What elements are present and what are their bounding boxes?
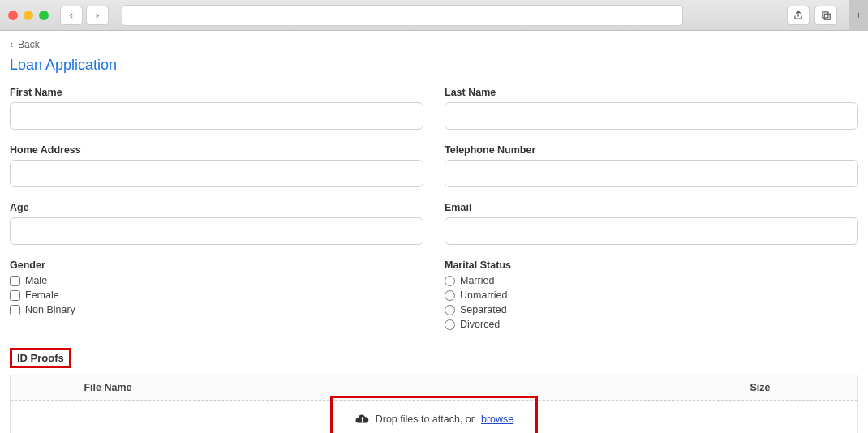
maximize-window-icon[interactable] bbox=[39, 11, 49, 20]
cloud-upload-icon bbox=[355, 412, 369, 427]
toolbar-buttons bbox=[787, 6, 837, 25]
gender-checkbox-nonbinary[interactable] bbox=[10, 305, 20, 315]
marital-option-label: Unmarried bbox=[460, 289, 507, 301]
field-email: Email bbox=[445, 202, 858, 245]
first-name-input[interactable] bbox=[10, 102, 423, 130]
back-label: Back bbox=[18, 39, 40, 50]
browser-forward-button[interactable]: › bbox=[86, 6, 109, 25]
field-gender: Gender Male Female Non Binary bbox=[10, 259, 423, 330]
field-first-name: First Name bbox=[10, 87, 423, 130]
field-home-address: Home Address bbox=[10, 144, 423, 187]
last-name-label: Last Name bbox=[445, 87, 858, 98]
marital-options: Married Unmarried Separated Divorced bbox=[445, 275, 858, 330]
column-size: Size bbox=[663, 375, 857, 400]
email-input[interactable] bbox=[445, 217, 858, 245]
chevron-right-icon: › bbox=[96, 9, 99, 21]
gender-checkbox-female[interactable] bbox=[10, 290, 20, 301]
gender-option-label: Non Binary bbox=[25, 304, 75, 315]
email-label: Email bbox=[445, 202, 858, 213]
gender-label: Gender bbox=[10, 259, 423, 271]
plus-icon: + bbox=[856, 9, 862, 21]
field-telephone: Telephone Number bbox=[445, 144, 858, 187]
marital-option-label: Separated bbox=[460, 304, 507, 315]
marital-radio-divorced[interactable] bbox=[445, 319, 455, 330]
id-proofs-table: File Name Size Drop files to attach, or … bbox=[10, 375, 858, 433]
marital-option-unmarried[interactable]: Unmarried bbox=[445, 289, 858, 301]
home-address-input[interactable] bbox=[10, 160, 423, 187]
marital-option-divorced[interactable]: Divorced bbox=[445, 319, 858, 330]
id-proofs-dropzone[interactable]: Drop files to attach, or browse bbox=[11, 401, 857, 433]
id-proofs-heading: ID Proofs bbox=[10, 348, 71, 368]
marital-radio-unmarried[interactable] bbox=[445, 290, 455, 301]
chevron-left-icon: ‹ bbox=[70, 9, 73, 21]
marital-radio-separated[interactable] bbox=[445, 305, 455, 315]
browser-back-button[interactable]: ‹ bbox=[60, 6, 83, 25]
url-bar bbox=[122, 5, 683, 26]
form-grid: First Name Last Name Home Address Teleph… bbox=[10, 87, 858, 330]
gender-options: Male Female Non Binary bbox=[10, 275, 423, 315]
marital-option-separated[interactable]: Separated bbox=[445, 304, 858, 315]
gender-option-nonbinary[interactable]: Non Binary bbox=[10, 304, 423, 315]
id-proofs-header: File Name Size bbox=[11, 375, 857, 401]
dropzone-text: Drop files to attach, or bbox=[376, 414, 475, 425]
close-window-icon[interactable] bbox=[8, 11, 18, 20]
gender-option-female[interactable]: Female bbox=[10, 289, 423, 301]
browser-chrome: ‹ › + bbox=[0, 0, 868, 31]
tabs-button[interactable] bbox=[814, 6, 837, 25]
chevron-left-icon: ‹ bbox=[10, 39, 13, 50]
gender-option-label: Female bbox=[25, 289, 59, 301]
first-name-label: First Name bbox=[10, 87, 423, 98]
column-spacer bbox=[205, 375, 663, 400]
window-controls bbox=[8, 11, 49, 20]
telephone-input[interactable] bbox=[445, 160, 858, 187]
marital-option-label: Married bbox=[460, 275, 494, 286]
page-body: ‹ Back Loan Application First Name Last … bbox=[0, 31, 868, 433]
share-button[interactable] bbox=[787, 6, 810, 25]
svg-rect-1 bbox=[824, 14, 830, 19]
marital-option-label: Divorced bbox=[460, 319, 500, 330]
gender-option-male[interactable]: Male bbox=[10, 275, 423, 286]
marital-radio-married[interactable] bbox=[445, 276, 455, 286]
gender-checkbox-male[interactable] bbox=[10, 276, 20, 286]
age-input[interactable] bbox=[10, 217, 423, 245]
marital-option-married[interactable]: Married bbox=[445, 275, 858, 286]
url-input[interactable] bbox=[122, 5, 683, 26]
field-age: Age bbox=[10, 202, 423, 245]
gender-option-label: Male bbox=[25, 275, 47, 286]
new-tab-button[interactable]: + bbox=[849, 0, 868, 31]
home-address-label: Home Address bbox=[10, 144, 423, 156]
age-label: Age bbox=[10, 202, 423, 213]
page-title: Loan Application bbox=[10, 57, 858, 74]
field-marital-status: Marital Status Married Unmarried Separat… bbox=[445, 259, 858, 330]
nav-buttons: ‹ › bbox=[60, 6, 109, 25]
last-name-input[interactable] bbox=[445, 102, 858, 130]
tabs-icon bbox=[820, 10, 831, 21]
telephone-label: Telephone Number bbox=[445, 144, 858, 156]
back-link[interactable]: ‹ Back bbox=[10, 39, 858, 50]
column-filename: File Name bbox=[11, 375, 205, 400]
browse-link[interactable]: browse bbox=[481, 414, 513, 425]
svg-rect-0 bbox=[823, 11, 828, 17]
share-icon bbox=[793, 10, 804, 21]
minimize-window-icon[interactable] bbox=[24, 11, 33, 20]
field-last-name: Last Name bbox=[445, 87, 858, 130]
marital-label: Marital Status bbox=[445, 259, 858, 271]
